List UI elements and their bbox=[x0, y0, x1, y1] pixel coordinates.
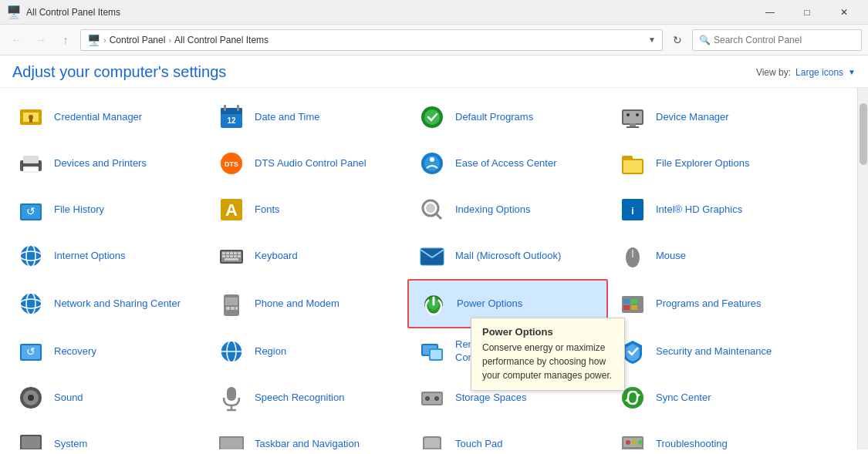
grid-item-sync-center[interactable]: Sync Center bbox=[608, 375, 809, 421]
grid-item-speech-recognition[interactable]: Speech Recognition bbox=[207, 375, 407, 421]
grid-item-programs-features[interactable]: Programs and Features bbox=[608, 279, 809, 328]
svg-rect-3 bbox=[29, 119, 32, 123]
svg-rect-27 bbox=[622, 156, 633, 160]
item-label-ease-of-access: Ease of Access Center bbox=[455, 157, 557, 170]
grid-item-system[interactable]: System bbox=[6, 421, 207, 449]
item-label-network-sharing: Network and Sharing Center bbox=[54, 298, 181, 311]
scrollbar-thumb[interactable] bbox=[860, 103, 867, 165]
svg-point-113 bbox=[632, 440, 637, 445]
grid-item-device-manager[interactable]: Device Manager bbox=[608, 94, 809, 140]
svg-rect-28 bbox=[623, 160, 642, 173]
item-label-sync-center: Sync Center bbox=[656, 392, 711, 405]
grid-item-intel-hd-graphics[interactable]: iIntel® HD Graphics bbox=[608, 187, 809, 233]
view-by-control: View by: Large icons ▼ bbox=[756, 67, 856, 78]
touchpad-icon bbox=[417, 429, 448, 449]
svg-rect-50 bbox=[222, 255, 225, 257]
item-label-indexing-options: Indexing Options bbox=[455, 203, 531, 217]
item-label-dts-audio: DTS Audio Control Panel bbox=[255, 157, 366, 170]
item-label-region: Region bbox=[255, 345, 286, 358]
svg-rect-73 bbox=[631, 299, 637, 304]
up-button[interactable]: ↑ bbox=[56, 30, 76, 50]
item-label-intel-hd-graphics: Intel® HD Graphics bbox=[656, 203, 742, 217]
item-label-touch-pad: Touch Pad bbox=[455, 438, 502, 449]
view-by-arrow-icon[interactable]: ▼ bbox=[848, 68, 856, 76]
svg-point-16 bbox=[636, 113, 639, 116]
grid-item-phone-modem[interactable]: Phone and Modem bbox=[207, 279, 407, 328]
svg-point-95 bbox=[425, 396, 430, 401]
tooltip-title: Power Options bbox=[482, 326, 613, 338]
grid-item-security-maintenance[interactable]: Security and Maintenance bbox=[608, 328, 809, 375]
grid-item-mouse[interactable]: Mouse bbox=[608, 233, 809, 279]
grid-item-taskbar-navigation[interactable]: Taskbar and Navigation bbox=[207, 421, 407, 449]
window-title: All Control Panel Items bbox=[26, 7, 120, 18]
grid-item-region[interactable]: Region bbox=[207, 328, 407, 375]
item-label-device-manager: Device Manager bbox=[656, 111, 729, 124]
sound-icon bbox=[15, 382, 46, 413]
svg-point-97 bbox=[622, 387, 643, 409]
address-path[interactable]: 🖥️ › Control Panel › All Control Panel I… bbox=[80, 29, 663, 51]
credential-icon bbox=[15, 102, 46, 133]
items-grid: Credential Manager12Date and TimeDefault… bbox=[0, 94, 857, 449]
search-box[interactable]: 🔍 bbox=[692, 29, 862, 51]
grid-item-fonts[interactable]: AFonts bbox=[207, 187, 407, 233]
app-icon: 🖥️ bbox=[6, 5, 22, 19]
recovery-icon: ↺ bbox=[15, 336, 46, 367]
grid-item-ease-of-access[interactable]: Ease of Access Center bbox=[407, 140, 608, 187]
grid-item-default-programs[interactable]: Default Programs bbox=[407, 94, 608, 140]
devprint-icon bbox=[15, 148, 46, 179]
grid-item-touch-pad[interactable]: Touch Pad bbox=[407, 421, 608, 449]
svg-point-15 bbox=[627, 113, 630, 116]
grid-item-keyboard[interactable]: Keyboard bbox=[207, 233, 407, 279]
address-bar: ← → ↑ 🖥️ › Control Panel › All Control P… bbox=[0, 25, 868, 55]
search-input[interactable] bbox=[714, 35, 855, 45]
taskbar-icon bbox=[216, 429, 247, 449]
svg-rect-45 bbox=[222, 252, 225, 254]
svg-point-89 bbox=[28, 395, 34, 401]
svg-point-10 bbox=[424, 109, 440, 125]
path-dropdown-arrow[interactable]: ▼ bbox=[648, 35, 656, 44]
svg-rect-48 bbox=[234, 252, 237, 254]
scrollbar[interactable] bbox=[857, 88, 868, 449]
grid-item-network-sharing[interactable]: Network and Sharing Center bbox=[6, 279, 207, 328]
indexing-icon bbox=[417, 194, 448, 225]
item-label-keyboard: Keyboard bbox=[255, 250, 298, 263]
svg-rect-13 bbox=[630, 123, 636, 126]
svg-rect-53 bbox=[234, 255, 237, 257]
close-button[interactable]: ✕ bbox=[826, 0, 862, 25]
grid-item-dts-audio[interactable]: DTSDTS Audio Control Panel bbox=[207, 140, 407, 187]
svg-rect-90 bbox=[227, 387, 236, 401]
keyboard-icon bbox=[216, 240, 247, 271]
grid-item-troubleshooting[interactable]: Troubleshooting bbox=[608, 421, 809, 449]
svg-text:12: 12 bbox=[227, 116, 236, 125]
item-label-storage-spaces: Storage Spaces bbox=[455, 392, 527, 405]
grid-item-date-and-time[interactable]: 12Date and Time bbox=[207, 94, 407, 140]
minimize-button[interactable]: — bbox=[752, 0, 788, 25]
view-by-value[interactable]: Large icons bbox=[795, 67, 843, 78]
grid-item-indexing-options[interactable]: Indexing Options bbox=[407, 187, 608, 233]
grid-item-recovery[interactable]: ↺Recovery bbox=[6, 328, 207, 375]
back-button[interactable]: ← bbox=[6, 30, 26, 50]
grid-item-power-options[interactable]: Power OptionsPower OptionsConserve energ… bbox=[407, 279, 608, 328]
svg-rect-14 bbox=[627, 126, 639, 128]
item-label-phone-modem: Phone and Modem bbox=[255, 298, 339, 311]
grid-item-mail-outlook[interactable]: Mail (Microsoft Outlook) bbox=[407, 233, 608, 279]
forward-button[interactable]: → bbox=[31, 30, 51, 50]
svg-rect-12 bbox=[623, 111, 642, 123]
maximize-button[interactable]: □ bbox=[789, 0, 825, 25]
svg-rect-66 bbox=[226, 307, 230, 310]
svg-text:↺: ↺ bbox=[26, 345, 35, 358]
grid-item-file-explorer-options[interactable]: File Explorer Options bbox=[608, 140, 809, 187]
grid-item-devices-and-printers[interactable]: Devices and Printers bbox=[6, 140, 207, 187]
grid-item-credential-manager[interactable]: Credential Manager bbox=[6, 94, 207, 140]
path-icon: 🖥️ bbox=[87, 34, 100, 46]
grid-item-internet-options[interactable]: Internet Options bbox=[6, 233, 207, 279]
fonts-icon: A bbox=[216, 194, 247, 225]
region-icon bbox=[216, 336, 247, 367]
item-label-troubleshooting: Troubleshooting bbox=[656, 438, 728, 449]
item-label-mail-outlook: Mail (Microsoft Outlook) bbox=[455, 250, 561, 263]
grid-item-file-history[interactable]: ↺File History bbox=[6, 187, 207, 233]
refresh-button[interactable]: ↻ bbox=[667, 30, 687, 50]
grid-item-sound[interactable]: Sound bbox=[6, 375, 207, 421]
item-label-security-maintenance: Security and Maintenance bbox=[656, 345, 772, 358]
title-bar: 🖥️ All Control Panel Items — □ ✕ bbox=[0, 0, 868, 25]
